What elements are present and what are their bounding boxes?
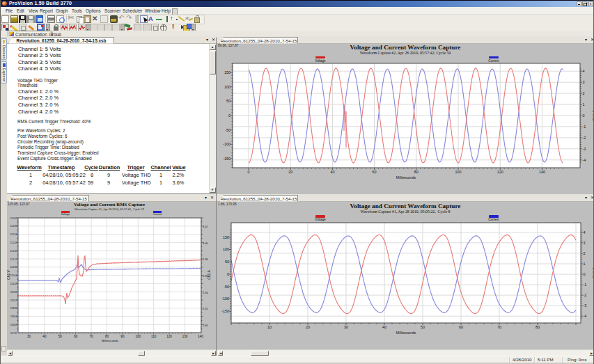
svg-text:-100: -100 — [223, 142, 230, 146]
svg-text:118.0: 118.0 — [10, 324, 17, 326]
svg-text:Ch1 V: Ch1 V — [7, 269, 10, 280]
svg-text:0: 0 — [227, 272, 229, 276]
svg-text:2.90: 2.90 — [203, 324, 208, 327]
svg-text:-1: -1 — [583, 125, 586, 129]
svg-text:100: 100 — [223, 247, 229, 251]
svg-text:-4: -4 — [583, 158, 586, 162]
svg-text:100: 100 — [224, 85, 230, 89]
svg-text:0: 0 — [584, 272, 586, 276]
svg-text:120.0: 120.0 — [10, 283, 17, 285]
svg-text:60: 60 — [74, 335, 78, 338]
svg-text:3.00: 3.00 — [203, 242, 208, 245]
svg-text:122.0: 122.0 — [10, 242, 17, 244]
svg-text:140: 140 — [539, 170, 545, 174]
svg-text:40: 40 — [330, 170, 334, 174]
svg-text:0: 0 — [248, 170, 250, 174]
svg-text:123.2: 123.2 — [10, 217, 17, 220]
svg-text:60: 60 — [373, 170, 377, 174]
svg-text:120: 120 — [497, 170, 503, 174]
svg-text:60: 60 — [459, 325, 463, 329]
svg-text:2.94: 2.94 — [203, 292, 208, 294]
svg-text:50: 50 — [421, 325, 425, 329]
svg-text:0: 0 — [583, 113, 585, 118]
svg-text:120.4: 120.4 — [10, 274, 17, 277]
svg-text:50: 50 — [226, 99, 230, 103]
svg-text:80: 80 — [414, 170, 419, 174]
svg-text:117.6: 117.6 — [10, 332, 17, 335]
svg-text:Ch1 A: Ch1 A — [207, 270, 211, 280]
svg-text:121.2: 121.2 — [10, 258, 17, 261]
svg-text:-50: -50 — [224, 285, 229, 289]
svg-text:110: 110 — [151, 335, 157, 338]
svg-text:-2: -2 — [584, 293, 587, 297]
svg-text:140: 140 — [198, 335, 203, 338]
svg-text:20: 20 — [288, 170, 292, 174]
svg-text:-150: -150 — [223, 157, 230, 161]
svg-text:2: 2 — [583, 91, 585, 95]
svg-text:120.8: 120.8 — [10, 266, 17, 269]
svg-text:70: 70 — [497, 325, 501, 329]
svg-text:2.92: 2.92 — [203, 308, 208, 310]
svg-text:-3: -3 — [584, 303, 587, 308]
svg-text:-50: -50 — [225, 128, 230, 132]
svg-text:100: 100 — [455, 170, 462, 174]
svg-text:130: 130 — [182, 335, 188, 338]
svg-text:10: 10 — [267, 325, 272, 329]
svg-text:2.98: 2.98 — [203, 258, 208, 261]
svg-text:70: 70 — [90, 335, 94, 338]
svg-text:80: 80 — [105, 335, 109, 338]
svg-text:30: 30 — [27, 335, 31, 338]
svg-text:-1: -1 — [584, 283, 587, 287]
svg-text:30: 30 — [344, 325, 348, 329]
svg-text:50: 50 — [225, 260, 229, 264]
svg-text:-150: -150 — [221, 309, 229, 313]
svg-text:150: 150 — [223, 235, 229, 239]
svg-text:122.4: 122.4 — [10, 233, 17, 236]
svg-text:50: 50 — [58, 335, 63, 338]
svg-text:-2: -2 — [583, 136, 586, 140]
svg-text:Milliseconds: Milliseconds — [396, 331, 416, 335]
svg-text:3.02: 3.02 — [203, 225, 208, 228]
svg-text:1: 1 — [583, 102, 585, 106]
svg-text:118.8: 118.8 — [10, 307, 17, 310]
svg-text:1: 1 — [584, 262, 586, 266]
svg-text:Milliseconds: Milliseconds — [102, 339, 119, 342]
svg-text:80: 80 — [536, 325, 540, 329]
svg-text:20: 20 — [306, 325, 310, 329]
svg-text:-4: -4 — [584, 314, 587, 318]
svg-text:-100: -100 — [221, 296, 229, 301]
svg-text:120: 120 — [166, 335, 172, 338]
svg-text:0: 0 — [228, 113, 230, 118]
svg-text:3: 3 — [583, 80, 585, 84]
svg-text:3: 3 — [584, 241, 586, 245]
svg-text:122.8: 122.8 — [10, 225, 17, 228]
svg-text:121.6: 121.6 — [10, 250, 17, 253]
svg-text:119.6: 119.6 — [10, 291, 17, 294]
svg-text:100: 100 — [135, 335, 141, 338]
svg-text:40: 40 — [42, 335, 47, 338]
svg-text:4: 4 — [584, 230, 586, 235]
svg-text:4: 4 — [583, 69, 585, 73]
svg-text:90: 90 — [120, 335, 125, 338]
svg-text:Milliseconds: Milliseconds — [396, 175, 416, 180]
svg-text:150: 150 — [224, 70, 230, 74]
svg-text:118.4: 118.4 — [10, 315, 17, 318]
svg-text:119.2: 119.2 — [10, 299, 17, 302]
svg-text:2: 2 — [584, 251, 586, 255]
svg-text:40: 40 — [382, 325, 386, 329]
svg-text:-3: -3 — [583, 147, 586, 151]
